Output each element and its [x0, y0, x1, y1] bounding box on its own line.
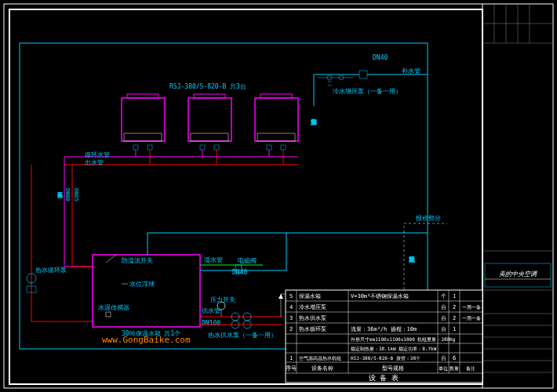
cold-pump-label: 冷水增压泵（一备一用） [333, 88, 402, 95]
svg-rect-22 [188, 98, 231, 141]
svg-rect-29 [257, 133, 295, 141]
svg-text:额定制热量：38.1kW  额定功率：8.7kW: 额定制热量：38.1kW 额定功率：8.7kW [351, 346, 437, 351]
level-label: 水位浮球 [129, 281, 155, 288]
svg-rect-30 [267, 145, 271, 150]
svg-rect-25 [200, 145, 205, 150]
supply-line-top: DN40 补水管 冷水增压泵（一备一用） [314, 54, 428, 106]
dn65-label: DN65 [73, 188, 79, 201]
drain-label: 溢水管 [204, 256, 223, 263]
heat-pump-1 [122, 94, 165, 150]
building-tank-label: 接入建筑水箱 [409, 256, 416, 263]
svg-text:序号: 序号 [286, 365, 297, 372]
svg-text:V=30m³不锈钢保温水箱: V=30m³不锈钢保温水箱 [351, 293, 409, 299]
valve-label: 电磁阀 [238, 257, 257, 264]
supply-pipe-label: 补水管 [402, 67, 420, 74]
svg-rect-19 [124, 133, 162, 141]
svg-line-57 [106, 255, 116, 263]
logo-text: 美的中央空调 [499, 270, 537, 278]
table-title: 设 备 表 [369, 374, 399, 382]
svg-text:室外膨胀水箱: 室外膨胀水箱 [311, 118, 317, 126]
svg-text:设备名称: 设备名称 [311, 365, 333, 372]
heat-pump-units: RSJ-380/S-820-B 共3台 [122, 83, 298, 150]
svg-text:RSJ-380/S-820-B  接管：38个: RSJ-380/S-820-B 接管：38个 [351, 355, 420, 361]
svg-text:1: 1 [453, 326, 456, 332]
svg-text:冷水增压泵: 冷水增压泵 [299, 304, 326, 310]
svg-text:热水循环泵: 热水循环泵 [299, 326, 326, 332]
svg-rect-21 [147, 145, 152, 150]
heat-pump-3 [255, 94, 298, 150]
svg-text:1: 1 [289, 355, 293, 361]
svg-text:流量：36m³/h 扬程：10m: 流量：36m³/h 扬程：10m [351, 326, 417, 332]
svg-rect-34 [359, 71, 367, 78]
svg-text:6: 6 [453, 355, 456, 361]
quotation-label: 报价部分 [415, 215, 441, 222]
svg-text:1: 1 [453, 293, 456, 299]
dn80-label: DN80 [64, 188, 71, 201]
supply-label: 供水管 [202, 307, 220, 314]
svg-text:台: 台 [441, 304, 446, 310]
svg-text:外形尺寸mm1190x1190x1800  机组重量：288: 外形尺寸mm1190x1190x1800 机组重量：288Kg [351, 336, 456, 343]
expansion-label: 室外膨胀水箱 [311, 118, 317, 126]
pump-label-vert: 热泵循环泵 [57, 192, 63, 199]
hot-out-2: 出水管 [85, 159, 104, 166]
svg-text:备注: 备注 [466, 365, 475, 371]
svg-rect-59 [106, 312, 111, 317]
svg-text:热水供水泵: 热水供水泵 [299, 315, 326, 321]
supply-pumps: 供水管 DN100 热水供水泵（一备一用） [200, 307, 282, 339]
dn40-label-2: DN40 [232, 269, 247, 276]
svg-text:5: 5 [289, 293, 293, 299]
svg-text:个: 个 [441, 293, 446, 299]
dn40-label: DN40 [373, 54, 388, 61]
svg-text:单位: 单位 [439, 365, 448, 371]
dn100-label: DN100 [202, 320, 220, 327]
svg-text:台: 台 [441, 326, 446, 332]
svg-text:台: 台 [441, 315, 446, 321]
svg-text:保温水箱: 保温水箱 [299, 293, 321, 299]
heat-pump-2 [188, 94, 231, 150]
svg-rect-24 [191, 133, 228, 141]
svg-text:台: 台 [441, 355, 446, 361]
float-switch-label: 防溢流开关 [122, 257, 153, 264]
svg-rect-31 [281, 145, 286, 150]
equipment-table: 5 保温水箱 V=30m³不锈钢保温水箱 个 1 4 冷水增压泵 台 2 一用一… [286, 290, 482, 383]
svg-text:2: 2 [289, 326, 293, 332]
svg-text:数量: 数量 [450, 365, 459, 371]
sensor-label: 水温传感器 [98, 304, 129, 311]
hot-pump-label: 热水供水泵（一备一用） [208, 332, 277, 339]
svg-text:2: 2 [453, 304, 456, 310]
svg-text:3: 3 [289, 315, 293, 321]
insulated-tank: 防溢流开关 水位浮球 水温传感器 30吨保温水箱 共1个 [64, 255, 200, 337]
circulation-pump: 热水循环泵 [27, 165, 94, 321]
units-label: RSJ-380/S-820-B 共3台 [169, 83, 246, 90]
svg-text:一用一备: 一用一备 [462, 304, 481, 310]
svg-rect-20 [133, 145, 138, 150]
svg-rect-17 [122, 98, 165, 141]
hot-circ-label: 热水循环泵 [35, 267, 67, 274]
pressure-label: 压力开关 [210, 296, 235, 303]
hot-out-1: 循环水管 [85, 151, 110, 158]
cad-diagram: 美的中央空调 RSJ-380/S-820-B 共3台 [0, 0, 557, 392]
svg-rect-54 [93, 255, 200, 327]
svg-text:一用一备: 一用一备 [462, 315, 481, 321]
svg-text:空气源高温热水机组: 空气源高温热水机组 [299, 355, 341, 361]
svg-text:2: 2 [453, 315, 456, 321]
watermark: www.GongBaike.com [102, 335, 191, 345]
svg-text:4: 4 [289, 304, 293, 310]
hot-water-piping: 循环水管 出水管 DN80 热泵循环泵 DN65 [57, 150, 298, 267]
title-block: 美的中央空调 [482, 4, 553, 388]
svg-rect-27 [255, 98, 298, 141]
svg-rect-26 [214, 145, 219, 150]
svg-text:型号规格: 型号规格 [382, 365, 404, 372]
